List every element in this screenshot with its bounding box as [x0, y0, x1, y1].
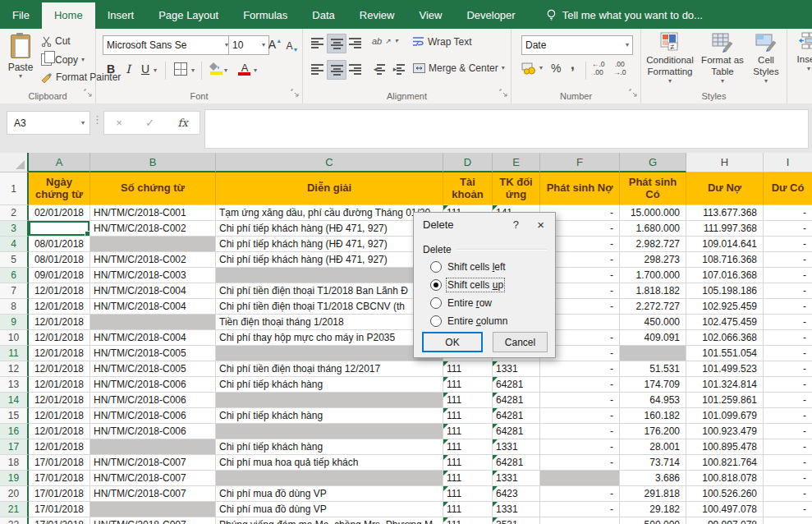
increase-decimal-button[interactable]: ←.0 .00 — [592, 60, 605, 76]
radio-circle[interactable] — [430, 315, 442, 327]
cell-C22[interactable]: Phúng viếng đám ma Me. chồng Mrs. Phương… — [216, 517, 443, 524]
cell-B11[interactable]: HN/TM/C/2018-C005 — [90, 346, 216, 361]
cell-C18[interactable]: Chi phí mua hoa quả tiếp khách — [216, 455, 443, 471]
cell-A2[interactable]: 02/01/2018 — [29, 205, 90, 221]
underline-dropdown-icon[interactable]: ▾ — [154, 67, 157, 74]
cell-I9[interactable]: - — [764, 315, 812, 330]
cell-G19[interactable]: 3.686 — [620, 471, 686, 486]
tab-developer[interactable]: Developer — [454, 2, 527, 29]
cell-H2[interactable]: 113.677.368 — [686, 205, 764, 221]
cell-B10[interactable]: HN/TM/C/2018-C004 — [90, 330, 216, 346]
cell-C5[interactable]: Chi phí tiếp khách hàng (HĐ 471, 927) — [216, 252, 443, 268]
delete-dialog-titlebar[interactable]: Delete ? × — [414, 213, 555, 236]
radio-option-shift-cells-left[interactable]: Shift cells left — [430, 260, 506, 273]
top-align-button[interactable] — [308, 34, 326, 52]
cell-E16[interactable]: 64281 — [493, 424, 540, 439]
cell-F17[interactable]: - — [540, 439, 620, 455]
cell-A22[interactable]: 17/01/2018 — [29, 517, 90, 524]
cell-E17[interactable]: 1331 — [493, 439, 540, 455]
cell-C2[interactable]: Tạm ứng xăng dầu, phí cầu đường Tháng 01… — [216, 205, 443, 221]
cell-H18[interactable]: 100.821.764 — [686, 455, 764, 471]
cell-D21[interactable]: 111 — [443, 502, 493, 517]
cell-H11[interactable]: 101.551.054 — [686, 346, 764, 361]
cell-B5[interactable]: HN/TM/C/2018-C002 — [90, 252, 216, 268]
cell-A20[interactable]: 17/01/2018 — [29, 486, 90, 502]
cell-H21[interactable]: 100.497.078 — [686, 502, 764, 517]
header-cell-A1[interactable]: Ngày chứng từ — [29, 172, 90, 205]
cell-B12[interactable]: HN/TM/C/2018-C005 — [90, 361, 216, 377]
cell-H6[interactable]: 107.016.368 — [686, 268, 764, 283]
cell-styles-dropdown-icon[interactable]: ▾ — [764, 78, 768, 85]
cell-A9[interactable]: 12/01/2018 — [29, 315, 90, 330]
cell-F15[interactable]: - — [540, 408, 620, 424]
cell-A3[interactable] — [29, 221, 90, 237]
align-left-button[interactable] — [308, 60, 326, 78]
dialog-close-icon[interactable]: × — [537, 218, 544, 232]
cell-A18[interactable]: 17/01/2018 — [29, 455, 90, 471]
cell-G11[interactable] — [620, 346, 686, 361]
cell-B13[interactable]: HN/TM/C/2018-C006 — [90, 377, 216, 393]
cell-B17[interactable] — [90, 439, 216, 455]
ok-button[interactable]: OK — [422, 332, 483, 352]
cell-H3[interactable]: 111.997.368 — [686, 221, 764, 237]
cell-A5[interactable]: 08/01/2018 — [29, 252, 90, 268]
row-header-22[interactable]: 22 — [0, 517, 29, 524]
cell-C6[interactable] — [216, 268, 443, 283]
column-header-F[interactable]: F — [540, 153, 620, 172]
cell-E13[interactable]: 64281 — [493, 377, 540, 393]
cell-E19[interactable]: 1331 — [493, 471, 540, 486]
cell-F16[interactable]: - — [540, 424, 620, 439]
tab-data[interactable]: Data — [300, 2, 346, 29]
clipboard-dialog-launcher[interactable] — [84, 85, 92, 100]
row-header-5[interactable]: 5 — [0, 252, 29, 268]
merge-center-dropdown-icon[interactable]: ▾ — [502, 65, 505, 71]
alignment-dialog-launcher[interactable] — [499, 85, 507, 100]
cell-B16[interactable]: HN/TM/C/2018-C006 — [90, 424, 216, 439]
cell-G16[interactable]: 176.200 — [620, 424, 686, 439]
column-header-H[interactable]: H — [686, 153, 764, 172]
row-header-12[interactable]: 12 — [0, 361, 29, 377]
cell-H15[interactable]: 101.099.679 — [686, 408, 764, 424]
accounting-format-button[interactable]: ▾ — [521, 62, 543, 75]
cell-F21[interactable]: - — [540, 502, 620, 517]
insert-function-icon[interactable]: fx — [178, 117, 188, 129]
radio-option-shift-cells-up[interactable]: Shift cells up — [430, 278, 503, 292]
radio-circle[interactable] — [430, 297, 442, 309]
cell-G4[interactable]: 2.982.727 — [620, 237, 686, 252]
paste-button[interactable]: Paste ▾ — [4, 33, 37, 100]
cell-A21[interactable]: 17/01/2018 — [29, 502, 90, 517]
radio-option-entire-column[interactable]: Entire column — [430, 315, 507, 328]
insert-cells-button[interactable]: Insert ▾ — [791, 32, 812, 72]
tab-formulas[interactable]: Formulas — [231, 2, 300, 29]
cancel-button[interactable]: Cancel — [493, 332, 548, 352]
fill-color-button[interactable] — [206, 60, 224, 78]
cell-I3[interactable]: - — [764, 221, 812, 237]
cell-H14[interactable]: 101.259.861 — [686, 393, 764, 408]
font-dialog-launcher[interactable] — [291, 85, 299, 100]
cell-H4[interactable]: 109.014.641 — [686, 237, 764, 252]
column-header-D[interactable]: D — [443, 153, 493, 172]
font-size-combo[interactable]: 10 ▾ — [228, 35, 269, 55]
cell-G14[interactable]: 64.953 — [620, 393, 686, 408]
decrease-indent-button[interactable]: ◂ — [370, 60, 388, 78]
cell-C17[interactable]: Chi phí tiếp khách hàng — [216, 439, 443, 455]
insert-cells-dropdown-icon[interactable]: ▾ — [807, 66, 810, 72]
wrap-text-button[interactable]: Wrap Text — [413, 36, 472, 48]
cell-A12[interactable]: 12/01/2018 — [29, 361, 90, 377]
increase-indent-button[interactable]: ▸ — [390, 60, 408, 78]
cell-I13[interactable]: - — [764, 377, 812, 393]
cell-F19[interactable] — [540, 471, 620, 486]
formula-input[interactable] — [204, 109, 809, 149]
bold-button[interactable]: B — [103, 60, 119, 78]
cell-A6[interactable]: 09/01/2018 — [29, 268, 90, 283]
tab-review[interactable]: Review — [347, 2, 407, 29]
cell-G18[interactable]: 73.714 — [620, 455, 686, 471]
cell-H16[interactable]: 100.923.479 — [686, 424, 764, 439]
select-all-corner[interactable] — [0, 153, 29, 172]
bottom-align-button[interactable] — [346, 34, 364, 52]
cell-H7[interactable]: 105.198.186 — [686, 283, 764, 299]
header-cell-B1[interactable]: Số chứng từ — [90, 172, 216, 205]
cell-D16[interactable]: 111 — [443, 424, 493, 439]
cell-I15[interactable]: - — [764, 408, 812, 424]
cell-I6[interactable]: - — [764, 268, 812, 283]
